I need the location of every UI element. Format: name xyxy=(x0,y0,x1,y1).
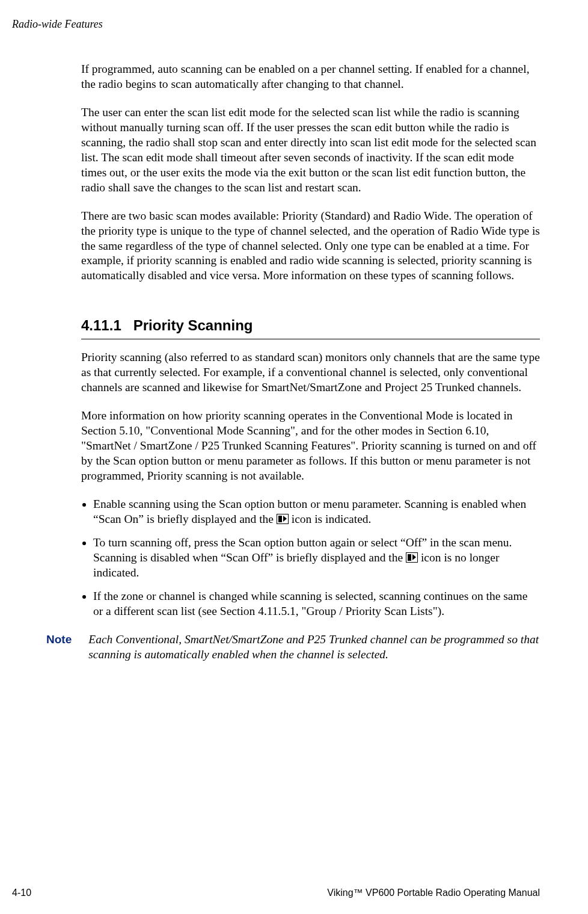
section-rule xyxy=(81,339,540,339)
list-item: Enable scanning using the Scan option bu… xyxy=(93,497,540,527)
section-paragraph-1: Priority scanning (also referred to as s… xyxy=(81,350,540,395)
bullet-list: Enable scanning using the Scan option bu… xyxy=(81,497,540,619)
running-header: Radio-wide Features xyxy=(12,18,540,31)
note-text: Each Conventional, SmartNet/SmartZone an… xyxy=(88,632,540,662)
note-label: Note xyxy=(46,632,72,662)
intro-paragraph-3: There are two basic scan modes available… xyxy=(81,209,540,284)
list-item: If the zone or channel is changed while … xyxy=(93,589,540,619)
section-title: Priority Scanning xyxy=(133,317,253,333)
section-heading: 4.11.1 Priority Scanning xyxy=(81,317,540,334)
intro-paragraph-2: The user can enter the scan list edit mo… xyxy=(81,105,540,196)
bullet-3-text: If the zone or channel is changed while … xyxy=(93,590,527,617)
section-paragraph-2: More information on how priority scannin… xyxy=(81,409,540,484)
scan-icon xyxy=(406,552,418,563)
bullet-1-text-b: icon is indicated. xyxy=(289,513,372,525)
intro-paragraph-1: If programmed, auto scanning can be enab… xyxy=(81,62,540,92)
page: Radio-wide Features If programmed, auto … xyxy=(0,0,588,914)
page-footer: 4-10 Viking™ VP600 Portable Radio Operat… xyxy=(12,888,540,898)
note-block: Note Each Conventional, SmartNet/SmartZo… xyxy=(81,632,540,662)
page-number: 4-10 xyxy=(12,888,31,898)
list-item: To turn scanning off, press the Scan opt… xyxy=(93,536,540,581)
section-number: 4.11.1 xyxy=(81,317,121,333)
scan-icon xyxy=(277,514,289,524)
manual-title: Viking™ VP600 Portable Radio Operating M… xyxy=(327,888,540,898)
